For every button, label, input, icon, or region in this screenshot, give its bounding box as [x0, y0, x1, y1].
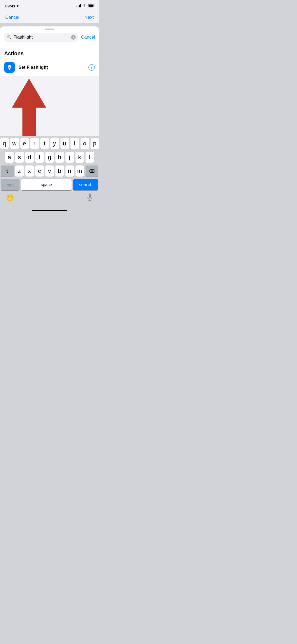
key-h[interactable]: h	[55, 152, 64, 163]
key-q[interactable]: q	[0, 138, 9, 149]
arrow-area	[0, 76, 99, 136]
key-o[interactable]: o	[81, 138, 89, 149]
key-y[interactable]: y	[50, 138, 59, 149]
keyboard: q w e r t y u i o p a s d f g h j k l ⇧ …	[0, 136, 99, 206]
svg-rect-9	[89, 194, 91, 198]
key-u[interactable]: u	[60, 138, 69, 149]
key-m[interactable]: m	[76, 165, 84, 177]
key-i[interactable]: i	[70, 138, 79, 149]
red-arrow-annotation	[8, 79, 50, 136]
keyboard-row-2: a s d f g h j k l	[1, 152, 98, 163]
actions-section-header: Actions	[0, 45, 99, 59]
key-p[interactable]: p	[91, 138, 99, 149]
key-r[interactable]: r	[30, 138, 39, 149]
key-v[interactable]: v	[45, 165, 54, 177]
svg-rect-5	[9, 69, 10, 70]
key-x[interactable]: x	[25, 165, 34, 177]
search-key[interactable]: search	[73, 179, 98, 190]
bg-next-label: Next	[84, 15, 94, 20]
delete-key[interactable]: ⌫	[86, 165, 98, 177]
signal-bars-icon	[77, 4, 81, 7]
set-flashlight-label: Set Flashlight	[18, 65, 88, 70]
key-n[interactable]: n	[65, 165, 74, 177]
microphone-button[interactable]	[87, 194, 93, 202]
bg-nav-bar: Cancel Next	[0, 12, 99, 23]
actions-section: Actions Set Flashlight i	[0, 45, 99, 76]
svg-rect-2	[8, 65, 11, 66]
key-w[interactable]: w	[10, 138, 19, 149]
home-bar	[32, 210, 67, 211]
keyboard-bottom-bar: 🙂	[1, 193, 98, 205]
key-e[interactable]: e	[20, 138, 29, 149]
search-input[interactable]	[13, 35, 69, 40]
shift-key[interactable]: ⇧	[1, 165, 14, 177]
wifi-icon	[82, 4, 87, 7]
set-flashlight-item[interactable]: Set Flashlight i	[0, 59, 99, 76]
svg-rect-4	[9, 67, 10, 68]
time-label: 09:41	[5, 4, 15, 8]
key-d[interactable]: d	[25, 152, 34, 163]
status-icons	[77, 4, 95, 7]
status-time: 09:41 ➤	[5, 4, 19, 8]
cancel-button[interactable]: Cancel	[81, 35, 95, 40]
search-bar-container: 🔍 Cancel	[0, 30, 99, 45]
key-t[interactable]: t	[40, 138, 49, 149]
keyboard-row-1: q w e r t y u i o p	[1, 138, 98, 149]
microphone-icon	[87, 194, 93, 201]
emoji-button[interactable]: 🙂	[6, 194, 14, 201]
search-input-wrapper[interactable]: 🔍	[4, 33, 78, 42]
key-s[interactable]: s	[15, 152, 24, 163]
search-icon: 🔍	[7, 35, 12, 40]
key-l[interactable]: l	[86, 152, 94, 163]
location-arrow-icon: ➤	[17, 4, 19, 8]
key-k[interactable]: k	[76, 152, 84, 163]
keyboard-row-4: 123 space search	[1, 179, 98, 190]
key-g[interactable]: g	[45, 152, 54, 163]
flashlight-app-icon	[4, 62, 15, 73]
key-b[interactable]: b	[55, 165, 64, 177]
home-indicator	[0, 206, 99, 215]
battery-icon	[88, 4, 95, 7]
info-button[interactable]: i	[88, 64, 95, 71]
svg-rect-1	[89, 5, 93, 7]
space-key[interactable]: space	[21, 179, 71, 190]
clear-button[interactable]	[71, 35, 76, 40]
key-z[interactable]: z	[15, 165, 24, 177]
key-c[interactable]: c	[35, 165, 44, 177]
content-area: Actions Set Flashlight i	[0, 45, 99, 136]
svg-rect-8	[22, 105, 36, 136]
key-a[interactable]: a	[5, 152, 14, 163]
flashlight-icon	[7, 65, 12, 70]
key-j[interactable]: j	[65, 152, 74, 163]
keyboard-row-3: ⇧ z x c v b n m ⌫	[1, 165, 98, 177]
key-f[interactable]: f	[35, 152, 44, 163]
svg-marker-7	[12, 79, 46, 108]
numbers-key[interactable]: 123	[1, 179, 20, 190]
status-bar: 09:41 ➤	[0, 0, 99, 12]
bg-cancel-label: Cancel	[5, 15, 19, 20]
bottom-sheet: 🔍 Cancel Actions Set Flashligh	[0, 26, 99, 215]
